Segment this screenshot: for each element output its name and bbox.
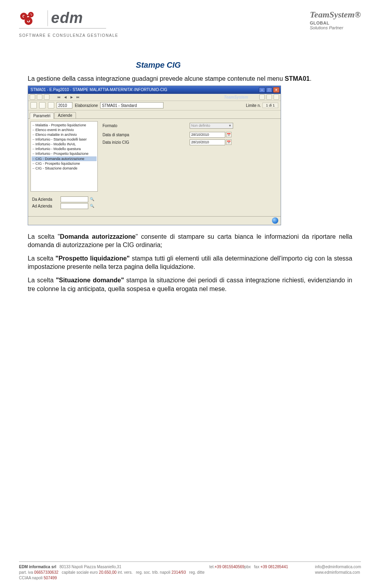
- page-header: edm SOFTWARE E CONSULENZA GESTIONALE Tea…: [0, 0, 380, 41]
- chevron-down-icon: ▼: [228, 124, 232, 127]
- menu-icon-2[interactable]: [37, 94, 42, 100]
- logo-teamsystem: TeamSystem® GLOBAL Solutions Partner: [310, 10, 361, 30]
- menu-icon-1[interactable]: [30, 94, 35, 100]
- ad-azienda-label: Ad Azienda: [32, 204, 61, 208]
- tree-item[interactable]: CIG - Situazione domande: [32, 166, 97, 171]
- paragraph-intro: La gestione della cassa integrazione gua…: [28, 74, 352, 83]
- azienda-block: Da Azienda 🔍 Ad Azienda 🔍: [28, 194, 281, 216]
- data-stampa-label: Data di stampa: [103, 133, 138, 137]
- status-bar: [28, 216, 281, 225]
- ad-azienda-field[interactable]: [61, 203, 88, 209]
- da-azienda-field[interactable]: [61, 196, 88, 202]
- ts-sub-partner: Solutions Partner: [310, 25, 361, 30]
- tree-item[interactable]: CIG - Prospetto liquidazione: [32, 161, 97, 166]
- formato-label: Formato: [103, 124, 190, 128]
- maximize-button[interactable]: □: [266, 87, 272, 93]
- calendar-icon[interactable]: 📅: [226, 132, 232, 137]
- paragraph-prospetto: La scelta "Prospetto liquidazione" stamp…: [28, 254, 352, 271]
- menu-icon-hierarchy[interactable]: [259, 94, 265, 100]
- toolbar-icon-save[interactable]: [30, 102, 37, 108]
- data-stampa-field[interactable]: 28/10/2010: [190, 132, 225, 138]
- search-icon[interactable]: 🔍: [89, 196, 95, 202]
- toolbar: 2010 Elaborazione STMA01 - Standard Limi…: [28, 101, 281, 110]
- edm-wordmark: edm: [49, 10, 83, 27]
- tab-parametri[interactable]: Parametri: [30, 112, 54, 119]
- window-titlebar[interactable]: STMA01 - E.Pag2010 - STAMPE MALATTIA-MAT…: [28, 86, 281, 94]
- menu-icon-help[interactable]: [274, 94, 279, 100]
- brand-watermark: TeamSystem: [224, 95, 248, 99]
- window-title: STMA01 - E.Pag2010 - STAMPE MALATTIA-MAT…: [30, 88, 167, 92]
- app-window: STMA01 - E.Pag2010 - STAMPE MALATTIA-MAT…: [28, 86, 281, 225]
- close-button[interactable]: ×: [273, 87, 279, 93]
- document-body: Stampe CIG La gestione della cassa integ…: [0, 41, 380, 293]
- tree-item[interactable]: Infortunio - Stampa modelli laser: [32, 137, 97, 142]
- nav-next-icon[interactable]: ▶: [69, 95, 74, 99]
- footer-address: 80133 Napoli Piazza Masaniello,31: [59, 565, 121, 569]
- section-title: Stampe CIG: [99, 61, 218, 70]
- tree-item[interactable]: Elenco malattie in archivio: [32, 132, 97, 137]
- minimize-button[interactable]: –: [259, 87, 265, 93]
- toolbar-icon-open[interactable]: [39, 102, 46, 108]
- form-panel: Formato Non definito▼ Data di stampa 28/…: [101, 121, 278, 192]
- tree-item[interactable]: Elenco eventi in archivio: [32, 127, 97, 132]
- panel-body: Malattia - Prospetto liquidazione Elenco…: [28, 119, 281, 194]
- code-stma01: STMA01: [285, 75, 310, 82]
- elab-combo[interactable]: STMA01 - Standard: [100, 102, 163, 108]
- toolbar-icon-delete[interactable]: [48, 102, 54, 108]
- nav-last-icon[interactable]: ⏭: [76, 95, 80, 99]
- tree-item[interactable]: Infortunio - Prospetto liquidazione: [32, 151, 97, 156]
- paragraph-domanda: La scelta "Domanda autorizzazione" conse…: [28, 232, 352, 249]
- nav-prev-icon[interactable]: ◀: [63, 95, 68, 99]
- footer-website: www.edminformatica.com: [315, 570, 361, 575]
- year-field[interactable]: 2010: [57, 102, 72, 108]
- calendar-icon[interactable]: 📅: [226, 139, 232, 145]
- ts-wordmark: TeamSystem®: [310, 10, 361, 20]
- page-footer: EDM informatica srl 80133 Napoli Piazza …: [19, 561, 361, 581]
- logo-edm: edm SOFTWARE E CONSULENZA GESTIONALE: [19, 10, 118, 38]
- tree-item[interactable]: Infortunio - Modello questura: [32, 147, 97, 151]
- paragraph-situazione: La scelta "Situazione domande" stampa la…: [28, 276, 352, 293]
- limit-label: Limite n.: [246, 103, 261, 108]
- limit-value: 1 di 1: [262, 103, 278, 108]
- data-inizio-label: Data inizio CIG: [103, 140, 138, 145]
- ts-sub-global: GLOBAL: [310, 21, 361, 25]
- nav-first-icon[interactable]: ⏮: [57, 95, 61, 99]
- search-icon[interactable]: 🔍: [89, 203, 95, 209]
- tab-aziende[interactable]: Aziende: [54, 112, 76, 118]
- report-tree[interactable]: Malattia - Prospetto liquidazione Elenco…: [30, 121, 98, 192]
- tree-item[interactable]: Malattia - Prospetto liquidazione: [32, 123, 97, 127]
- edm-blobs-icon: [19, 11, 43, 25]
- header-divider: [19, 28, 106, 29]
- elab-label: Elaborazione: [75, 103, 98, 108]
- tab-row: Parametri Aziende: [28, 110, 281, 119]
- da-azienda-label: Da Azienda: [32, 197, 61, 202]
- status-globe-icon[interactable]: [272, 217, 278, 224]
- data-inizio-field[interactable]: 28/10/2010: [190, 139, 225, 145]
- tree-item[interactable]: Infortunio - Modello INAIL: [32, 142, 97, 147]
- menu-icon-print[interactable]: [266, 94, 272, 100]
- menu-bar: ⏮ ◀ ▶ ⏭ TeamSystem: [28, 94, 281, 101]
- formato-combo[interactable]: Non definito▼: [190, 123, 233, 129]
- menu-icon-3[interactable]: [44, 94, 49, 100]
- footer-company: EDM informatica srl: [19, 565, 56, 569]
- tree-item-selected[interactable]: CIG - Domanda autorizzazione: [32, 156, 97, 161]
- edm-tagline: SOFTWARE E CONSULENZA GESTIONALE: [19, 33, 118, 38]
- footer-email: info@edminformatica.com: [315, 564, 361, 570]
